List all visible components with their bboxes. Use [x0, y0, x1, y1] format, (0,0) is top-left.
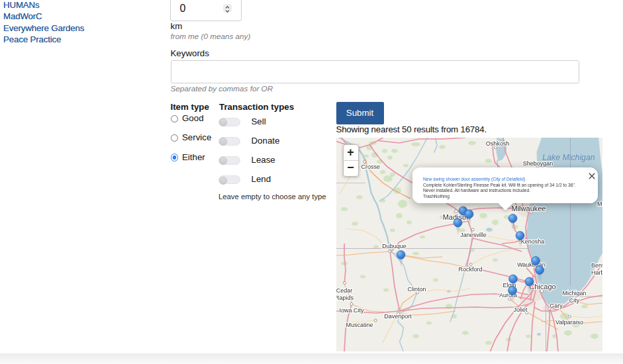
svg-text:Muscatine: Muscatine — [346, 322, 373, 328]
svg-text:Muskegon: Muskegon — [597, 201, 602, 207]
svg-text:Rockford: Rockford — [458, 266, 482, 273]
svg-text:Gary: Gary — [550, 302, 563, 309]
svg-text:Janesville: Janesville — [460, 232, 487, 238]
svg-text:Iowa City: Iowa City — [339, 307, 364, 314]
svg-text:Clinton: Clinton — [407, 286, 426, 293]
svg-text:Davenport: Davenport — [384, 313, 412, 320]
svg-text:City: City — [569, 297, 579, 304]
svg-text:Benton: Benton — [591, 262, 602, 269]
svg-text:Rapids: Rapids — [336, 294, 354, 300]
svg-text:Lake Michigan: Lake Michigan — [542, 152, 595, 161]
svg-text:Crosse: Crosse — [361, 163, 380, 169]
svg-text:Joliet: Joliet — [513, 306, 528, 313]
svg-text:Valparaiso: Valparaiso — [555, 319, 583, 326]
svg-text:Dubuque: Dubuque — [382, 243, 407, 250]
svg-text:Milwaukee: Milwaukee — [511, 205, 546, 212]
svg-text:Harbor: Harbor — [591, 269, 602, 276]
svg-text:Michigan: Michigan — [562, 290, 586, 296]
svg-text:Kenosha: Kenosha — [520, 238, 544, 245]
svg-text:Cedar: Cedar — [336, 287, 352, 293]
svg-text:Oshkosh: Oshkosh — [485, 140, 509, 147]
